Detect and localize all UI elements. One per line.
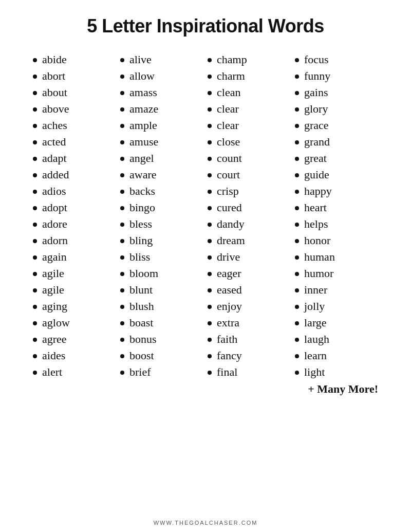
word-text: crisp (217, 185, 239, 198)
bullet-icon (295, 140, 299, 144)
bullet-icon (208, 371, 212, 375)
bullet-icon (208, 107, 212, 112)
word-column-2: aliveallowamassamazeampleamuseangelaware… (118, 51, 206, 380)
list-item: bliss (120, 249, 203, 265)
bullet-icon (208, 338, 212, 342)
word-text: about (42, 86, 67, 99)
list-item: about (33, 84, 116, 101)
bullet-icon (295, 321, 299, 325)
bullet-icon (120, 107, 124, 112)
bullet-icon (295, 288, 299, 292)
word-text: amass (129, 86, 157, 99)
bullet-icon (120, 321, 124, 325)
list-item: happy (295, 183, 378, 199)
bullet-icon (33, 124, 37, 128)
bullet-icon (295, 371, 299, 375)
bullet-icon (120, 288, 124, 292)
bullet-icon (120, 173, 124, 177)
word-text: learn (304, 349, 327, 362)
word-text: close (217, 135, 240, 149)
word-text: aides (42, 349, 65, 362)
list-item: amuse (120, 134, 203, 150)
bullet-icon (33, 190, 37, 194)
word-text: brief (129, 365, 151, 379)
list-item: acted (33, 134, 116, 150)
page-title: 5 Letter Inspirational Words (31, 15, 380, 37)
word-text: guide (304, 168, 329, 181)
bullet-icon (295, 338, 299, 342)
list-item: dandy (208, 216, 291, 232)
list-item: laugh (295, 331, 378, 347)
bullet-icon (208, 305, 212, 309)
word-text: bling (129, 234, 153, 247)
word-grid: abideabortaboutaboveachesactedadaptadded… (31, 51, 380, 380)
list-item: boost (120, 347, 203, 364)
word-text: helps (304, 217, 328, 231)
list-item: learn (295, 347, 378, 364)
list-item: boast (120, 315, 203, 331)
bullet-icon (120, 157, 124, 161)
word-text: clean (217, 86, 240, 99)
bullet-icon (33, 288, 37, 292)
word-text: laugh (304, 333, 329, 346)
bullet-icon (295, 272, 299, 276)
bullet-icon (295, 239, 299, 243)
list-item: crisp (208, 183, 291, 199)
word-text: aware (129, 168, 157, 181)
list-item: court (208, 167, 291, 183)
list-item: backs (120, 183, 203, 199)
word-text: fancy (217, 349, 242, 362)
bullet-icon (120, 75, 124, 79)
word-text: bingo (129, 201, 155, 214)
word-text: clear (217, 119, 239, 132)
bullet-icon (33, 223, 37, 227)
bullet-icon (120, 223, 124, 227)
list-item: abort (33, 68, 116, 84)
list-item: eased (208, 282, 291, 298)
list-item: brief (120, 364, 203, 380)
bullet-icon (208, 354, 212, 358)
word-column-1: abideabortaboutaboveachesactedadaptadded… (31, 51, 118, 380)
list-item: angel (120, 150, 203, 167)
bullet-icon (295, 255, 299, 260)
bullet-icon (33, 107, 37, 112)
list-item: drive (208, 249, 291, 265)
bullet-icon (208, 206, 212, 210)
word-text: charm (217, 69, 245, 83)
word-text: boast (129, 316, 153, 329)
list-item: alert (33, 364, 116, 380)
bullet-icon (120, 354, 124, 358)
list-item: blush (120, 298, 203, 315)
footer: WWW.THEGOALCHASER.COM (0, 509, 411, 532)
list-item: bingo (120, 199, 203, 216)
list-item: heart (295, 199, 378, 216)
list-item: funny (295, 68, 378, 84)
list-item: adopt (33, 199, 116, 216)
word-text: champ (217, 53, 247, 66)
bullet-icon (208, 157, 212, 161)
bullet-icon (33, 157, 37, 161)
word-text: allow (129, 69, 155, 83)
word-text: angel (129, 152, 154, 165)
bullet-icon (120, 255, 124, 260)
word-text: cured (217, 201, 242, 214)
list-item: agree (33, 331, 116, 347)
list-item: adios (33, 183, 116, 199)
bullet-icon (295, 157, 299, 161)
word-text: agile (42, 283, 64, 297)
list-item: honor (295, 232, 378, 249)
word-text: funny (304, 69, 330, 83)
bullet-icon (208, 173, 212, 177)
bullet-icon (33, 305, 37, 309)
bullet-icon (33, 272, 37, 276)
list-item: clear (208, 117, 291, 134)
word-text: glory (304, 102, 328, 116)
bullet-icon (208, 58, 212, 62)
list-item: cured (208, 199, 291, 216)
word-text: drive (217, 250, 240, 264)
list-item: dream (208, 232, 291, 249)
bullet-icon (120, 305, 124, 309)
word-text: amaze (129, 102, 158, 116)
list-item: clean (208, 84, 291, 101)
word-text: dream (217, 234, 245, 247)
